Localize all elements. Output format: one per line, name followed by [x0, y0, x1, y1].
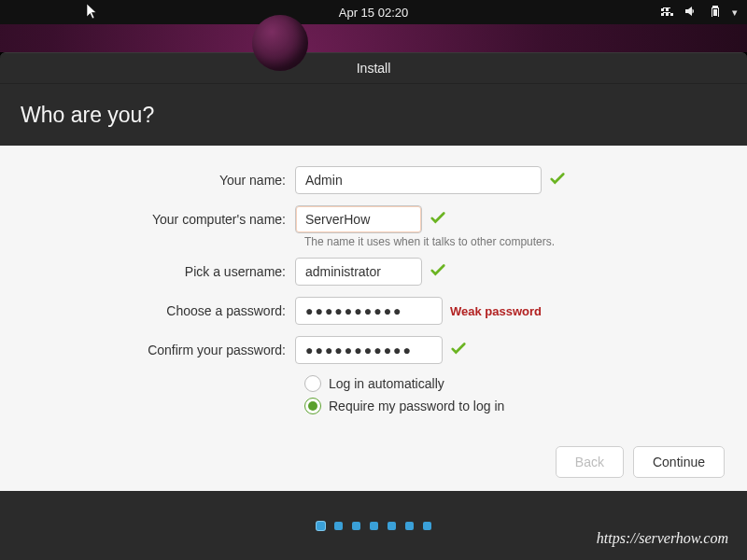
radio-label-require: Require my password to log in: [329, 399, 504, 413]
progress-dot: [405, 522, 414, 530]
label-password: Choose a password:: [22, 303, 295, 318]
password-strength-text: Weak password: [450, 304, 542, 318]
footer-bar: https://serverhow.com: [0, 491, 747, 560]
window-titlebar: Install: [0, 52, 747, 84]
window-title: Install: [357, 61, 391, 76]
label-your-name: Your name:: [22, 173, 295, 188]
system-topbar: Apr 15 02:20 ▾: [0, 0, 747, 24]
system-tray: ▾: [659, 0, 738, 24]
clock-text: Apr 15 02:20: [339, 6, 408, 20]
check-icon: [430, 261, 446, 282]
row-your-name: Your name:: [22, 166, 725, 194]
volume-icon[interactable]: [684, 4, 698, 21]
hint-computer-name: The name it uses when it talks to other …: [304, 235, 725, 248]
network-icon[interactable]: [659, 4, 674, 21]
row-confirm-password: Confirm your password:: [22, 336, 725, 364]
radio-login-auto[interactable]: Log in automatically: [304, 375, 725, 392]
check-icon: [430, 209, 446, 230]
progress-dot: [317, 522, 325, 530]
radio-label-auto: Log in automatically: [329, 376, 444, 391]
radio-login-require[interactable]: Require my password to log in: [304, 398, 725, 414]
input-username[interactable]: [295, 258, 422, 286]
cursor-icon: [86, 3, 99, 22]
form-panel: Your name: Your computer's name: The nam…: [0, 146, 747, 491]
progress-dot: [334, 522, 343, 530]
progress-dots: [317, 522, 431, 530]
continue-button[interactable]: Continue: [633, 446, 725, 478]
progress-dot: [388, 522, 396, 530]
input-password[interactable]: [295, 297, 443, 325]
page-title: Who are you?: [21, 103, 154, 128]
wallpaper-strip: [0, 24, 747, 52]
button-row: Back Continue: [556, 446, 725, 478]
input-your-name[interactable]: [295, 166, 542, 194]
radio-icon: [304, 398, 321, 414]
input-confirm-password[interactable]: [295, 336, 443, 364]
progress-dot: [370, 522, 378, 530]
chevron-down-icon[interactable]: ▾: [732, 7, 738, 19]
label-computer-name: Your computer's name:: [22, 212, 295, 227]
row-username: Pick a username:: [22, 258, 725, 286]
row-password: Choose a password: Weak password: [22, 297, 725, 325]
battery-icon[interactable]: [708, 4, 723, 21]
label-username: Pick a username:: [22, 264, 295, 279]
credit-text: https://serverhow.com: [597, 530, 728, 547]
check-icon: [450, 340, 467, 360]
row-computer-name: Your computer's name:: [22, 205, 725, 233]
radio-icon: [304, 375, 321, 392]
check-icon: [549, 170, 566, 190]
label-confirm-password: Confirm your password:: [22, 343, 295, 357]
progress-dot: [423, 522, 431, 530]
page-header: Who are you?: [0, 84, 747, 146]
input-computer-name[interactable]: [295, 205, 422, 233]
back-button[interactable]: Back: [556, 446, 624, 478]
progress-dot: [352, 522, 360, 530]
